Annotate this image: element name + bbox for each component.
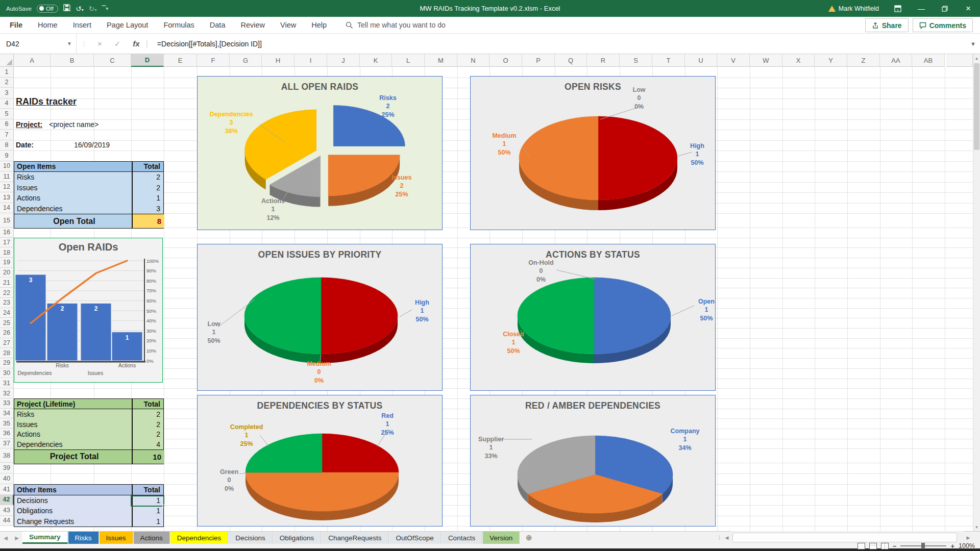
row-header-29[interactable]: 29: [0, 358, 14, 368]
row-header-4[interactable]: 4: [0, 98, 14, 109]
name-box[interactable]: D42 ▼: [0, 34, 77, 54]
save-icon[interactable]: [63, 4, 70, 13]
sheet-tab-risks[interactable]: Risks: [68, 532, 99, 544]
row-header-41[interactable]: 41: [0, 484, 14, 495]
sheet-tab-summary[interactable]: Summary: [22, 532, 68, 544]
sheet-tab-actions[interactable]: Actions: [134, 532, 170, 544]
ribbon-tab-insert[interactable]: Insert: [65, 17, 99, 34]
row-header-42[interactable]: 42: [0, 495, 14, 506]
customize-qat-icon[interactable]: ▔▾: [102, 6, 109, 11]
row-header-43[interactable]: 43: [0, 505, 14, 516]
selected-cell-D42[interactable]: [131, 495, 164, 507]
row-header-18[interactable]: 18: [0, 247, 14, 258]
select-all-corner[interactable]: [0, 54, 14, 67]
row-header-22[interactable]: 22: [0, 288, 14, 298]
column-header-R[interactable]: R: [587, 54, 620, 67]
row-header-16[interactable]: 16: [0, 228, 14, 238]
row-header-32[interactable]: 32: [0, 388, 14, 398]
row-header-26[interactable]: 26: [0, 328, 14, 338]
share-button[interactable]: Share: [865, 18, 909, 32]
row-header-27[interactable]: 27: [0, 338, 14, 348]
tab-scroll-left-icon[interactable]: ◀: [0, 532, 11, 544]
row-header-24[interactable]: 24: [0, 308, 14, 318]
ribbon-tab-data[interactable]: Data: [202, 17, 233, 34]
column-header-L[interactable]: L: [392, 54, 425, 67]
open-items-table-row[interactable]: Risks2: [14, 172, 163, 183]
name-box-dropdown-icon[interactable]: ▼: [67, 41, 72, 46]
sheet-tab-decisions[interactable]: Decisions: [229, 532, 273, 544]
column-header-H[interactable]: H: [262, 54, 295, 67]
column-header-E[interactable]: E: [164, 54, 197, 67]
vertical-scrollbar[interactable]: ▲ ▼: [973, 54, 980, 531]
lifetime-table-row[interactable]: Actions2: [14, 429, 163, 439]
ribbon-tab-page-layout[interactable]: Page Layout: [99, 17, 156, 34]
column-header-U[interactable]: U: [685, 54, 717, 67]
open-items-table-row[interactable]: Dependencies3: [14, 204, 163, 214]
ribbon-tab-file[interactable]: File: [2, 17, 30, 34]
chart-all-open-raids[interactable]: ALL OPEN RAIDSRisks225%Issues225%Actions…: [197, 76, 443, 230]
scroll-down-icon[interactable]: ▼: [973, 523, 980, 531]
column-header-I[interactable]: I: [295, 54, 327, 67]
column-header-M[interactable]: M: [425, 54, 457, 67]
row-header-10[interactable]: 10: [0, 161, 14, 172]
row-header-38[interactable]: 38: [0, 448, 14, 463]
column-header-C[interactable]: C: [94, 54, 131, 67]
row-header-30[interactable]: 30: [0, 368, 14, 379]
zoom-slider[interactable]: [900, 545, 946, 546]
ribbon-tab-home[interactable]: Home: [30, 17, 65, 34]
row-header-6[interactable]: 6: [0, 119, 14, 130]
chart-actions-by-status[interactable]: ACTIONS BY STATUSOpen150%Closed150%On-Ho…: [470, 244, 716, 391]
close-button[interactable]: ×: [957, 0, 980, 17]
row-header-14[interactable]: 14: [0, 203, 14, 214]
row-header-19[interactable]: 19: [0, 258, 14, 268]
formula-input[interactable]: =Decision[[#Totals],[Decision ID]]: [148, 40, 262, 48]
row-header-25[interactable]: 25: [0, 318, 14, 328]
column-header-Z[interactable]: Z: [847, 54, 880, 67]
column-header-V[interactable]: V: [717, 54, 750, 67]
sheet-tab-changerequests[interactable]: ChangeRequests: [322, 532, 388, 544]
row-header-12[interactable]: 12: [0, 182, 14, 193]
zoom-slider-thumb[interactable]: [921, 543, 925, 549]
zoom-out-icon[interactable]: −: [893, 542, 897, 550]
column-header-AB[interactable]: AB: [912, 54, 945, 67]
lifetime-table-row[interactable]: Issues2: [14, 419, 163, 430]
column-header-G[interactable]: G: [230, 54, 262, 67]
chart-red-amber-dependencies[interactable]: RED / AMBER DEPENDENCIESCompany134%Suppl…: [470, 395, 716, 527]
chart-open-risks[interactable]: OPEN RISKSHigh150%Medium150%Low00%: [470, 76, 716, 230]
row-header-8[interactable]: 8: [0, 140, 14, 151]
page-layout-view-icon[interactable]: [869, 543, 877, 549]
tab-split-handle[interactable]: ⁞: [717, 535, 722, 541]
row-header-2[interactable]: 2: [0, 78, 14, 88]
scroll-left-icon[interactable]: ◀: [722, 531, 731, 544]
undo-icon[interactable]: ↺▾: [76, 5, 84, 13]
chart-open-issues-by-priority[interactable]: OPEN ISSUES BY PRIORITYHigh150%Medium00%…: [197, 244, 443, 391]
ribbon-tab-help[interactable]: Help: [304, 17, 334, 34]
column-header-AA[interactable]: AA: [880, 54, 912, 67]
open-items-table-row[interactable]: Actions1: [14, 193, 163, 204]
sheet-grid[interactable]: RAIDs trackerProject:<project name>Date:…: [14, 67, 980, 531]
sheet-tab-contacts[interactable]: Contacts: [442, 532, 482, 544]
row-header-23[interactable]: 23: [0, 298, 14, 308]
ribbon-display-options-icon[interactable]: [886, 0, 910, 17]
zoom-in-icon[interactable]: +: [950, 542, 954, 550]
zoom-level[interactable]: 100%: [959, 542, 975, 549]
tell-me-search[interactable]: Tell me what you want to do: [346, 21, 446, 29]
row-header-36[interactable]: 36: [0, 429, 14, 439]
sheet-tab-dependencies[interactable]: Dependencies: [170, 532, 228, 544]
row-header-39[interactable]: 39: [0, 463, 14, 473]
tab-scroll-right-icon[interactable]: ▶: [11, 532, 22, 544]
column-header-W[interactable]: W: [750, 54, 782, 67]
redo-icon[interactable]: ↻▾: [89, 5, 97, 13]
column-header-P[interactable]: P: [522, 54, 555, 67]
chart-dependencies-by-status[interactable]: DEPENDENCIES BY STATUSRed125%Completed12…: [197, 395, 443, 527]
cancel-formula-icon[interactable]: ×: [91, 39, 108, 48]
column-header-J[interactable]: J: [327, 54, 360, 67]
sheet-tab-issues[interactable]: Issues: [100, 532, 133, 544]
sheet-tab-obligations[interactable]: Obligations: [273, 532, 322, 544]
column-header-F[interactable]: F: [197, 54, 230, 67]
column-header-X[interactable]: X: [782, 54, 815, 67]
column-header-Q[interactable]: Q: [555, 54, 587, 67]
row-header-33[interactable]: 33: [0, 398, 14, 409]
sheet-tab-outofscope[interactable]: OutOfScope: [389, 532, 441, 544]
ribbon-tab-review[interactable]: Review: [233, 17, 273, 34]
